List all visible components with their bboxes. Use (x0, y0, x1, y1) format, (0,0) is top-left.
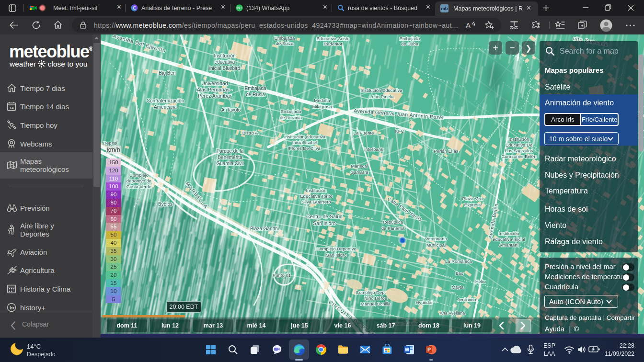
svg-text:Redentor: Redentor (323, 41, 342, 46)
svg-text:Mayta: Mayta (452, 285, 464, 290)
svg-text:mb: mb (441, 6, 448, 11)
svg-text:Embajada: Embajada (281, 109, 301, 114)
svg-text:Educativa De: Educativa De (506, 142, 533, 147)
svg-text:W: W (405, 347, 410, 352)
svg-text:Pérez Araníbar: Pérez Araníbar (198, 93, 232, 99)
svg-text:Municipal: Municipal (426, 242, 446, 248)
svg-text:La Fuente: La Fuente (354, 130, 374, 136)
svg-text:educativa: educativa (215, 59, 235, 65)
svg-text:Hyundai: Hyundai (416, 300, 433, 305)
svg-text:inicial Bluebird: inicial Bluebird (209, 66, 240, 71)
svg-text:Corazones Belén: Corazones Belén (502, 154, 537, 159)
svg-text:Institución: Institución (499, 231, 519, 236)
svg-text:h: h (10, 305, 13, 310)
svg-text:Ana Avellana: Ana Avellana (440, 311, 465, 316)
svg-text:C: C (133, 5, 136, 11)
svg-text:Embajada: Embajada (275, 35, 295, 41)
svg-text:Express: Express (464, 202, 481, 207)
svg-text:San Isidro: San Isidro (313, 220, 335, 226)
svg-text:República: República (383, 219, 403, 225)
svg-text:de Suiza: de Suiza (276, 41, 294, 46)
svg-text:Embajada: Embajada (400, 36, 420, 41)
svg-text:Bistro A: Bistro A (242, 130, 258, 136)
svg-text:San Isidro: San Isidro (326, 252, 347, 258)
svg-text:Costa Verde: Costa Verde (126, 184, 151, 189)
svg-text:Parque de la: Parque de la (217, 148, 244, 154)
svg-text:deportivo de: deportivo de (126, 178, 151, 183)
svg-text:Complejo: Complejo (129, 172, 149, 178)
svg-text:Perián Elías: Perián Elías (434, 148, 458, 154)
svg-text:Punto 01: Punto 01 (273, 272, 291, 278)
svg-text:Jerónimo: Jerónimo (457, 297, 476, 302)
svg-text:Al Tavolo: Al Tavolo (221, 107, 241, 113)
svg-text:Plaza Vea: Plaza Vea (462, 196, 483, 201)
svg-text:Guardia Civil: Guardia Civil (216, 161, 243, 166)
svg-text:Institución Educativa: Institución Educativa (360, 88, 402, 93)
svg-text:A: A (466, 21, 471, 29)
svg-text:de Panamá: de Panamá (381, 226, 405, 231)
svg-text:Plaza Gandhi: Plaza Gandhi (250, 226, 279, 231)
svg-text:Institución: Institución (509, 136, 529, 142)
svg-text:educativa Inicial: educativa Inicial (493, 237, 525, 242)
svg-text:Amantaní: Amantaní (499, 242, 519, 248)
svg-text:Milagrosa: Milagrosa (312, 104, 332, 109)
svg-text:Manuel Bonilla: Manuel Bonilla (361, 301, 391, 306)
svg-text:99+: 99+ (237, 6, 242, 10)
svg-text:Helix: Helix (475, 279, 485, 284)
svg-text:Repsol: Repsol (103, 140, 117, 146)
svg-text:Byblos: Byblos (158, 202, 172, 207)
svg-text:Flores De Oliva: Flores De Oliva (289, 146, 321, 151)
svg-text:Institución: Institución (214, 53, 235, 58)
svg-text:León Pinelo: León Pinelo (369, 94, 393, 99)
svg-text:Institución: Institución (306, 188, 327, 193)
svg-text:Bao: Bao (456, 271, 463, 276)
svg-text:Gamarra: Gamarra (350, 170, 368, 175)
svg-text:Confraternización: Confraternización (147, 98, 184, 103)
svg-text:Complejo Deportivo: Complejo Deportivo (316, 246, 356, 251)
svg-text:de Cuba: de Cuba (401, 41, 419, 46)
svg-text:Medalla: Medalla (314, 98, 330, 103)
svg-text:Educativa Torito: Educativa Torito (300, 193, 332, 199)
svg-text:Universidad: Universidad (201, 80, 228, 86)
svg-text:Educativa Cristo: Educativa Cristo (316, 36, 349, 41)
svg-text:P: P (427, 347, 431, 352)
svg-text:Mariscal: Mariscal (351, 163, 368, 169)
svg-text:Inicial Isabel: Inicial Isabel (292, 140, 317, 145)
svg-text:Niño Héroe: Niño Héroe (364, 295, 387, 301)
svg-text:Americana: Americana (154, 104, 177, 110)
svg-text:Veterinario: Veterinario (425, 236, 447, 241)
svg-text:Embajada: Embajada (244, 86, 266, 91)
svg-text:Centro de Salud: Centro de Salud (306, 214, 343, 219)
svg-text:14: 14 (10, 106, 14, 110)
svg-text:Los Sagrados: Los Sagrados (505, 148, 533, 153)
svg-text:La Románica: La Románica (445, 259, 472, 264)
svg-text:Interbank: Interbank (364, 147, 383, 152)
svg-text:Institución educativa: Institución educativa (284, 134, 326, 139)
svg-text:Big Ben: Big Ben (159, 70, 175, 76)
svg-text:Benemérita: Benemérita (218, 155, 242, 160)
svg-text:de Rusia: de Rusia (246, 92, 265, 97)
svg-text:KFC: KFC (395, 128, 404, 134)
svg-text:Silva Guerrero: Silva Guerrero (301, 199, 331, 204)
svg-text:Alas Peruanas -: Alas Peruanas - (197, 87, 233, 92)
svg-text:de Ucrania: de Ucrania (280, 115, 302, 120)
